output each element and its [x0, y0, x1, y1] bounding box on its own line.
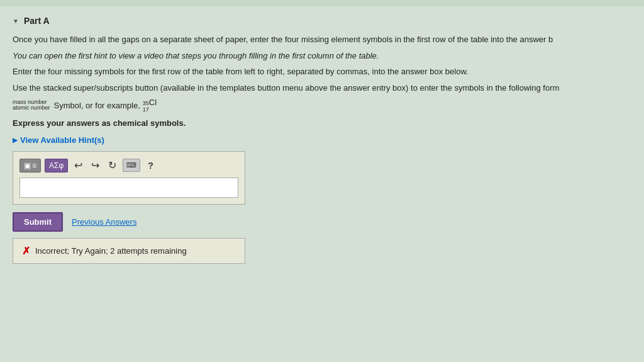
example-symbol: Cl — [149, 98, 157, 107]
page-container: ▼ Part A Once you have filled in all the… — [0, 6, 644, 362]
result-box: ✗ Incorrect; Try Again; 2 attempts remai… — [13, 238, 245, 264]
atomic-number-label: atomic number — [13, 105, 50, 111]
hint-link[interactable]: ▶ View Available Hint(s) — [13, 135, 631, 145]
redo-button[interactable]: ↪ — [89, 158, 102, 173]
redo-icon: ↪ — [91, 159, 99, 171]
template-icon: ▣ — [24, 161, 31, 170]
keyboard-button[interactable]: ⌨ — [123, 159, 140, 172]
answer-box-container: ▣ ≡ AΣφ ↩ ↪ ↻ ⌨ ? — [13, 151, 245, 205]
part-header: ▼ Part A — [13, 16, 631, 26]
part-title: Part A — [24, 16, 50, 26]
keyboard-icon: ⌨ — [126, 161, 136, 169]
submit-button[interactable]: Submit — [13, 212, 63, 232]
hint-link-label: View Available Hint(s) — [20, 135, 104, 145]
symbol-label: AΣφ — [49, 161, 64, 170]
hint-section: ▶ View Available Hint(s) — [13, 135, 631, 145]
instruction-4: Use the stacked super/subscripts button … — [13, 82, 631, 94]
refresh-button[interactable]: ↻ — [106, 158, 119, 173]
help-button[interactable]: ? — [144, 159, 157, 173]
submit-row: Submit Previous Answers — [13, 212, 631, 232]
example-atomic: 17 — [143, 107, 149, 113]
result-text: Incorrect; Try Again; 2 attempts remaini… — [35, 246, 187, 256]
formula-line: mass number atomic number Symbol, or for… — [13, 98, 631, 113]
formula-example: 35 17 Cl — [143, 98, 157, 113]
formula-stacked-labels: mass number atomic number — [13, 99, 50, 112]
refresh-icon: ↻ — [108, 159, 116, 171]
express-label: Express your answers as chemical symbols… — [13, 117, 631, 130]
template-button[interactable]: ▣ ≡ — [19, 159, 41, 173]
previous-answers-label: Previous Answers — [72, 217, 136, 227]
answer-input[interactable] — [19, 178, 238, 198]
symbol-button[interactable]: AΣφ — [45, 159, 68, 173]
incorrect-icon: ✗ — [22, 245, 30, 257]
toolbar: ▣ ≡ AΣφ ↩ ↪ ↻ ⌨ ? — [19, 158, 238, 173]
instruction-2: You can open the first hint to view a vi… — [13, 50, 631, 62]
formula-text: Symbol, or for example, — [54, 101, 140, 110]
example-stacked: 35 17 — [143, 101, 149, 113]
collapse-icon: ▼ — [13, 18, 19, 25]
hint-arrow-icon: ▶ — [13, 137, 18, 144]
instruction-3: Enter the four missing symbols for the f… — [13, 65, 631, 78]
undo-button[interactable]: ↩ — [72, 158, 85, 173]
instruction-1: Once you have filled in all the gaps on … — [13, 33, 631, 46]
template-icon-lines: ≡ — [32, 161, 36, 170]
submit-label: Submit — [24, 217, 52, 227]
previous-answers-link[interactable]: Previous Answers — [72, 217, 136, 227]
help-label: ? — [148, 161, 153, 171]
undo-icon: ↩ — [74, 159, 82, 171]
